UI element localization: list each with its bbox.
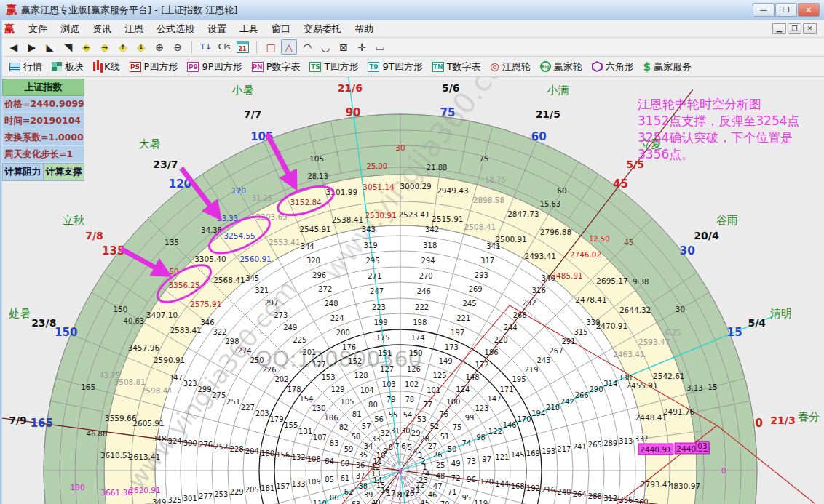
view-button-sectors[interactable]: 板块	[49, 59, 86, 75]
calc-support-button[interactable]: 计算支撑	[44, 163, 85, 181]
svg-text:108: 108	[307, 455, 321, 463]
menu-item-资讯[interactable]: 资讯	[86, 21, 118, 37]
main-toolbar: ◀▶◣◥◆←◆→◆↑◆↓⊕⊖T↓Cls21□△◠◡⊠✛▭	[0, 38, 824, 57]
restore-button[interactable]: ❐	[775, 3, 797, 17]
marker-up-button[interactable]: ◣	[42, 39, 58, 55]
svg-text:3: 3	[418, 452, 422, 460]
marker-up-icon: ◣	[47, 41, 55, 53]
mdi-restore-button[interactable]: ❐	[788, 23, 801, 34]
svg-text:247: 247	[370, 287, 384, 295]
menu-item-文件[interactable]: 文件	[22, 21, 54, 37]
svg-text:120: 120	[231, 186, 246, 195]
angle-label: 0	[755, 417, 762, 430]
menu-item-交易委托[interactable]: 交易委托	[297, 21, 348, 37]
svg-text:200: 200	[336, 329, 350, 337]
draw-triangle-button[interactable]: △	[281, 39, 297, 55]
svg-text:322: 322	[213, 328, 226, 336]
svg-text:312: 312	[603, 495, 617, 503]
menu-item-帮助[interactable]: 帮助	[348, 21, 380, 37]
angle-label: 150	[55, 326, 77, 339]
axis-shift-button[interactable]: T↓	[198, 39, 214, 55]
menu-item-窗口[interactable]: 窗口	[265, 21, 297, 37]
view-button-t-square[interactable]: TST四方形	[307, 59, 360, 75]
pan-left-button[interactable]: ◆←	[79, 39, 95, 55]
view-button-t-table[interactable]: TNT数字表	[430, 59, 483, 75]
svg-text:173: 173	[445, 343, 459, 351]
menu-item-浏览[interactable]: 浏览	[54, 21, 86, 37]
view-button-p-table[interactable]: PNP数字表	[250, 59, 303, 75]
menu-item-设置[interactable]: 设置	[201, 21, 233, 37]
svg-text:274: 274	[237, 347, 251, 355]
minimize-button[interactable]: —	[753, 3, 775, 17]
svg-text:55: 55	[389, 411, 398, 419]
marker-down-button[interactable]: ◥	[60, 39, 76, 55]
analysis-annotation: 江恩轮中轮时空分析图3152点支撑，反弹至3254点3254确认突破，下个位置是…	[638, 96, 824, 163]
kline-label: K线	[104, 60, 120, 73]
svg-text:59: 59	[344, 445, 354, 453]
svg-text:85: 85	[325, 476, 334, 484]
mdi-minimize-button[interactable]: ▁	[772, 23, 786, 34]
t-square-icon: TS	[309, 62, 321, 72]
calc-resistance-button[interactable]: 计算阻力	[2, 163, 44, 181]
svg-text:242: 242	[560, 398, 574, 406]
pan-down-button[interactable]: ◆↓	[133, 39, 149, 55]
svg-text:275: 275	[212, 391, 226, 399]
svg-text:54: 54	[403, 411, 413, 419]
view-button-gann-wheel[interactable]: ◎江恩轮	[488, 59, 533, 75]
svg-text:3254.55: 3254.55	[223, 231, 255, 240]
svg-text:2538.41: 2538.41	[332, 215, 363, 224]
draw-rect-button[interactable]: □	[263, 39, 279, 55]
zoom-in-button[interactable]: ⊕	[151, 39, 167, 55]
nav-last-button[interactable]: ▶	[24, 39, 40, 55]
view-button-9t-square[interactable]: T99T四方形	[365, 59, 424, 75]
rotate-cw-button[interactable]: ◠	[299, 39, 315, 55]
view-button-hexagon[interactable]: 六角形	[590, 59, 636, 75]
svg-text:6.25: 6.25	[665, 329, 681, 337]
svg-text:2515.91: 2515.91	[432, 215, 463, 223]
svg-text:58: 58	[352, 433, 361, 441]
calendar-button[interactable]: 21	[234, 39, 250, 55]
svg-text:2847.73: 2847.73	[507, 209, 539, 218]
view-button-winner-service[interactable]: $赢家服务	[641, 59, 694, 75]
hexagon-label: 六角形	[606, 60, 634, 73]
rotate-ccw-button[interactable]: ◡	[317, 39, 333, 55]
svg-text:289: 289	[603, 439, 617, 447]
svg-text:174: 174	[411, 334, 424, 342]
p-table-icon: PN	[252, 62, 264, 72]
svg-text:2455.91: 2455.91	[626, 381, 657, 390]
date-label: 5/6	[442, 82, 460, 94]
arrow-glyph: ←	[84, 44, 90, 51]
title-bar: 赢 赢家江恩专业版[赢家服务平台] - [上证指数 江恩轮] — ❐ ✕	[0, 0, 824, 20]
mdi-close-button[interactable]: ✕	[803, 23, 817, 34]
nav-first-button[interactable]: ◀	[6, 39, 22, 55]
svg-text:2448.41: 2448.41	[635, 413, 667, 422]
center-cross-button[interactable]: ✛	[354, 39, 370, 55]
svg-text:347: 347	[169, 374, 183, 382]
zoom-out-button[interactable]: ⊖	[170, 39, 186, 55]
date-label: 7/8	[85, 230, 103, 241]
svg-text:40: 40	[371, 499, 381, 504]
svg-text:72: 72	[451, 474, 461, 482]
angle-label: 165	[31, 417, 53, 430]
pan-right-button[interactable]: ◆→	[97, 39, 113, 55]
menu-item-工具[interactable]: 工具	[233, 21, 265, 37]
select-box-button[interactable]: ▭	[372, 39, 388, 55]
svg-text:269: 269	[469, 285, 483, 293]
svg-text:228: 228	[230, 445, 244, 453]
svg-text:220: 220	[494, 336, 508, 344]
delete-box-button[interactable]: ⊠	[336, 39, 352, 55]
menu-item-公式选股[interactable]: 公式选股	[150, 21, 201, 37]
svg-text:2478.41: 2478.41	[575, 295, 606, 304]
view-button-9p-square[interactable]: P99P四方形	[185, 59, 244, 75]
view-button-p-square[interactable]: PSP四方形	[127, 59, 181, 75]
cls-button[interactable]: Cls	[216, 39, 232, 55]
close-button[interactable]: ✕	[798, 3, 820, 17]
pan-up-button[interactable]: ◆↑	[115, 39, 131, 55]
menu-item-江恩[interactable]: 江恩	[118, 21, 150, 37]
view-button-kline[interactable]: K线	[91, 59, 122, 75]
svg-text:2593.47: 2593.47	[638, 337, 670, 346]
view-button-quotes[interactable]: 行情	[7, 59, 44, 75]
svg-text:360: 360	[635, 498, 649, 504]
svg-text:4830.97: 4830.97	[669, 481, 700, 490]
view-button-winner-wheel[interactable]: Big赢家轮	[538, 59, 585, 75]
